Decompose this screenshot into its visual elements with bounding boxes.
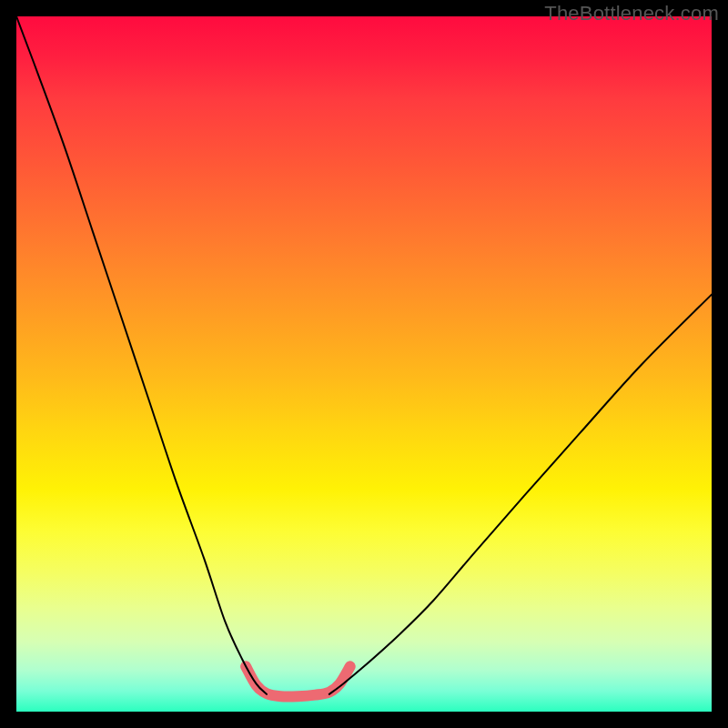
watermark-text: TheBottleneck.com xyxy=(544,2,719,25)
valley-highlight-path xyxy=(246,666,350,696)
right-branch-path xyxy=(329,295,712,694)
curve-layer xyxy=(16,16,712,712)
chart-frame: TheBottleneck.com xyxy=(0,0,728,728)
plot-area xyxy=(16,16,712,712)
left-branch-path xyxy=(16,16,267,694)
